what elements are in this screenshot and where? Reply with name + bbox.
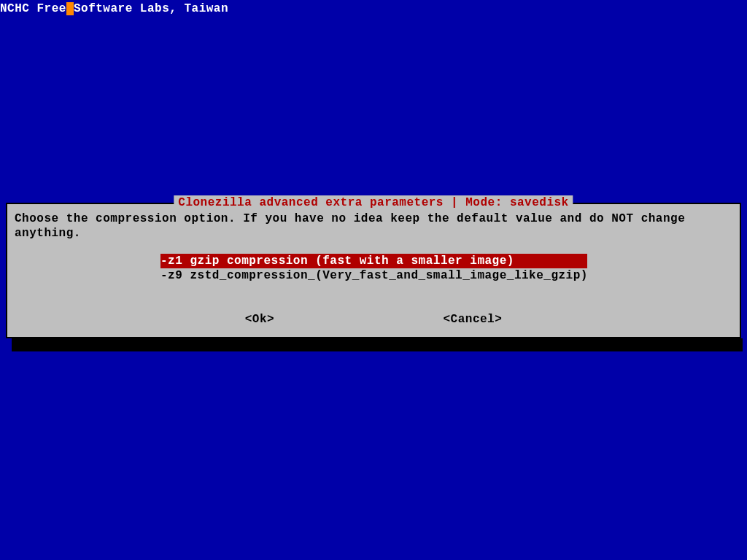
button-row: <Ok> <Cancel> [15, 312, 732, 327]
ok-button[interactable]: <Ok> [245, 312, 274, 327]
text-cursor [66, 2, 74, 15]
header-text-before: NCHC Free [0, 2, 66, 15]
dialog-shadow [12, 338, 743, 351]
dialog-title: Clonezilla advanced extra parameters | M… [174, 195, 573, 210]
compression-dialog: Clonezilla advanced extra parameters | M… [6, 203, 741, 338]
header-text-after: Software Labs, Taiwan [74, 2, 228, 15]
dialog-container: Clonezilla advanced extra parameters | M… [6, 203, 741, 351]
dialog-message: Choose the compression option. If you ha… [15, 207, 732, 241]
option-z1-gzip[interactable]: -z1 gzip compression (fast with a smalle… [160, 254, 587, 268]
option-z9-zstd[interactable]: -z9 zstd_compression_(Very_fast_and_smal… [160, 268, 588, 283]
cancel-button[interactable]: <Cancel> [443, 312, 502, 327]
header-banner: NCHC FreeSoftware Labs, Taiwan [0, 0, 747, 16]
option-list: -z1 gzip compression (fast with a smalle… [160, 254, 732, 283]
